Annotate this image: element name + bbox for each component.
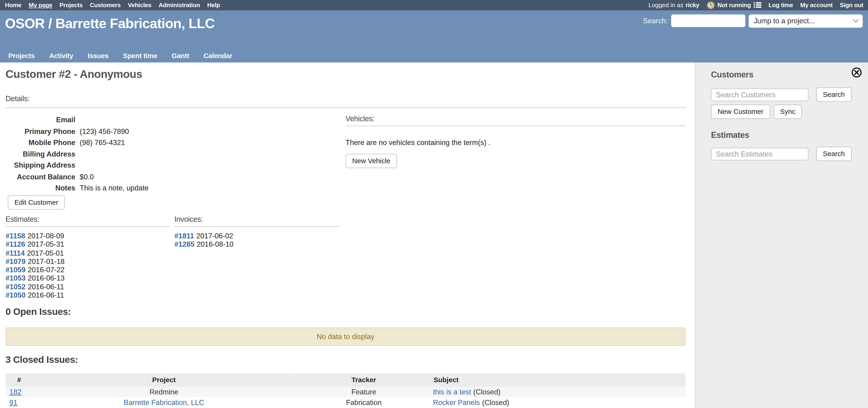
tab-calendar[interactable]: Calendar — [204, 52, 232, 60]
table-row: 182 Redmine Feature this is a test(Close… — [5, 387, 685, 398]
estimate-link[interactable]: #1050 — [5, 291, 26, 299]
sidebar-customers-heading: Customers — [711, 70, 753, 79]
estimates-search-row: Search — [711, 146, 851, 161]
estimate-item: #10592016-07-22 — [5, 266, 170, 274]
search-estimates-button[interactable]: Search — [816, 146, 851, 161]
field-value-billing-address — [80, 148, 149, 160]
issue-subject-link[interactable]: this is a test — [433, 388, 471, 396]
estimates-heading: Estimates: — [5, 215, 170, 224]
top-menu-item-home[interactable]: Home — [5, 2, 22, 8]
customers-search-row: Search — [711, 88, 851, 102]
estimate-item: #10792017-01-18 — [5, 257, 170, 266]
search-label: Search: — [643, 16, 668, 25]
vehicles-section: Vehicles: There are no vehicles containi… — [346, 114, 686, 168]
search-estimates-input[interactable] — [711, 147, 808, 160]
invoice-link[interactable]: #1811 — [175, 232, 194, 240]
new-customer-button[interactable]: New Customer — [711, 105, 770, 119]
field-label-shipping-address: Shipping Address — [5, 160, 75, 171]
issue-id-link[interactable]: 182 — [9, 388, 22, 396]
top-menu-item-projects[interactable]: Projects — [60, 2, 83, 8]
estimates-list: Estimates: #11582017-08-09 #11262017-05-… — [5, 215, 170, 300]
issue-tracker: Feature — [351, 388, 376, 396]
invoice-item: #18112017-06-02 — [175, 232, 339, 240]
issue-project: Redmine — [150, 388, 178, 396]
tab-spent-time[interactable]: Spent time — [123, 52, 157, 60]
main-menu-tabs: Projects Activity Issues Spent time Gant… — [8, 52, 232, 60]
invoices-divider — [175, 226, 339, 227]
estimate-link[interactable]: #1126 — [5, 240, 25, 248]
tab-issues[interactable]: Issues — [88, 52, 109, 60]
estimate-link[interactable]: #1059 — [5, 266, 26, 274]
estimate-item: #10522016-06-11 — [5, 282, 170, 291]
page: Home My page Projects Customers Vehicles… — [0, 0, 868, 408]
invoice-item: #12852016-08-10 — [175, 240, 339, 249]
vehicles-empty-message: There are no vehicles containing the ter… — [346, 138, 686, 146]
jump-to-project-select[interactable]: Jump to a project... — [749, 14, 863, 27]
estimate-link[interactable]: #1114 — [5, 249, 25, 257]
estimate-item: #11262017-05-31 — [5, 240, 170, 249]
estimate-date: 2016-06-11 — [28, 291, 64, 299]
issue-status: (Closed) — [473, 388, 500, 396]
vehicles-divider — [346, 126, 686, 126]
field-value-shipping-address — [80, 160, 149, 171]
top-menu-bar: Home My page Projects Customers Vehicles… — [0, 0, 868, 10]
sign-out-link[interactable]: Sign out — [840, 2, 863, 8]
issue-tracker: Fabrication — [346, 398, 382, 407]
field-value-account-balance: $0.0 — [80, 171, 149, 182]
timer-list-icon[interactable] — [753, 2, 762, 8]
issue-project-link[interactable]: Barrette Fabrication, LLC — [124, 398, 204, 407]
timer-clock-icon[interactable] — [707, 1, 715, 9]
estimate-item: #10532016-06-13 — [5, 274, 170, 282]
top-menu-item-help[interactable]: Help — [207, 2, 220, 8]
jump-to-project-value: Jump to a project... — [753, 16, 815, 25]
logged-in-status: Logged in as ricky — [648, 2, 699, 8]
estimate-date: 2016-06-11 — [28, 282, 64, 291]
issue-subject-link[interactable]: Rocker Panels — [433, 398, 480, 407]
search-customers-button[interactable]: Search — [816, 88, 851, 102]
no-data-text: No data to display — [317, 332, 374, 341]
estimate-link[interactable]: #1052 — [5, 282, 26, 291]
invoices-heading: Invoices: — [175, 215, 339, 224]
top-menu-left: Home My page Projects Customers Vehicles… — [5, 2, 220, 8]
details-section-label: Details: — [5, 95, 30, 103]
tab-projects[interactable]: Projects — [8, 52, 35, 60]
tab-gantt[interactable]: Gantt — [172, 52, 189, 60]
field-value-primary-phone: (123) 456-7890 — [80, 126, 149, 137]
logged-in-prefix: Logged in as — [648, 2, 683, 8]
estimate-date: 2016-07-22 — [28, 266, 65, 274]
global-search-input[interactable] — [671, 14, 745, 27]
close-icon[interactable] — [851, 67, 862, 78]
invoice-link[interactable]: #1285 — [175, 240, 194, 248]
top-menu-item-vehicles[interactable]: Vehicles — [128, 2, 151, 8]
edit-customer-button[interactable]: Edit Customer — [8, 195, 65, 209]
main-content: Customer #2 - Anonymous Details: Email P… — [0, 63, 695, 408]
issue-status: (Closed) — [482, 398, 509, 407]
documents-lists: Estimates: #11582017-08-09 #11262017-05-… — [5, 215, 343, 300]
field-label-email: Email — [5, 114, 75, 126]
top-menu-item-customers[interactable]: Customers — [90, 2, 121, 8]
top-menu-item-my-page[interactable]: My page — [29, 2, 52, 8]
sidebar-estimates-heading: Estimates — [711, 130, 749, 139]
issue-id-link[interactable]: 91 — [9, 398, 18, 407]
invoice-date: 2016-08-10 — [196, 240, 234, 248]
app-title: OSOR / Barrette Fabrication, LLC — [5, 15, 215, 31]
estimate-link[interactable]: #1053 — [5, 274, 26, 282]
log-time-link[interactable]: Log time — [769, 2, 793, 8]
estimate-link[interactable]: #1079 — [5, 257, 26, 266]
timer-status-label[interactable]: Not running — [718, 2, 751, 8]
new-vehicle-button[interactable]: New Vehicle — [346, 154, 397, 168]
search-customers-input[interactable] — [711, 88, 808, 101]
username-link[interactable]: ricky — [685, 2, 699, 8]
my-account-link[interactable]: My account — [800, 2, 833, 8]
customers-actions-row: New Customer Sync — [711, 105, 802, 119]
column-header-tracker: Tracker — [294, 373, 433, 387]
top-menu-item-administration[interactable]: Administration — [158, 2, 200, 8]
estimate-date: 2017-05-01 — [27, 249, 64, 257]
estimate-item: #10502016-06-11 — [5, 291, 170, 300]
tab-activity[interactable]: Activity — [49, 52, 73, 60]
estimate-link[interactable]: #1158 — [5, 232, 25, 240]
invoices-list: Invoices: #18112017-06-02 #12852016-08-1… — [175, 215, 339, 300]
sync-button[interactable]: Sync — [773, 105, 802, 119]
details-divider — [5, 107, 685, 108]
no-data-banner: No data to display — [5, 328, 685, 346]
